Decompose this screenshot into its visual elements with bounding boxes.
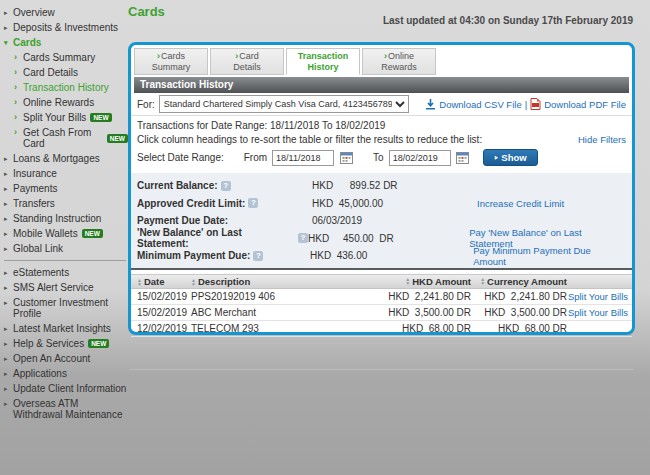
chevron-right-icon: › — [14, 82, 23, 93]
sidebar-item-label: Split Your Bills — [23, 112, 86, 123]
tab-label: Cards — [161, 51, 185, 61]
summary-row-minimum-payment-due: Minimum Payment Due:? HKD 436.00 Pay Min… — [137, 247, 624, 265]
cell-date: 12/02/2019 — [131, 323, 191, 334]
cell-hkd-amount: HKD 3,500.00 DR — [379, 307, 471, 318]
card-selector-row: For: Standard Chartered Simply Cash Visa… — [131, 93, 632, 116]
split-your-bills-link[interactable]: Split Your Bills — [567, 291, 629, 302]
new-badge: NEW — [88, 339, 109, 348]
increase-credit-limit-link[interactable]: Increase Credit Limit — [477, 198, 564, 209]
sidebar-item-insurance[interactable]: ▸Insurance — [4, 166, 128, 181]
sidebar-item-update-client-information[interactable]: ▸Update Client Information — [4, 381, 128, 396]
sort-icon[interactable]: ▲▼ — [405, 277, 410, 285]
hide-filters-link[interactable]: Hide Filters — [578, 134, 626, 145]
sidebar-item-cards-summary[interactable]: ›Cards Summary — [4, 50, 128, 65]
sidebar-item-label: Open An Account — [13, 353, 90, 364]
sidebar-item-loans-mortgages[interactable]: ▸Loans & Mortgages — [4, 151, 128, 166]
tab-card-details[interactable]: ›CardDetails — [210, 48, 284, 75]
card-selector[interactable]: Standard Chartered Simply Cash Visa Card… — [159, 95, 409, 113]
cell-description: ABC Merchant — [191, 307, 379, 318]
transactions-table: ▲▼Date ▲▼Description ▲▼HKD Amount ▲▼Curr… — [131, 274, 632, 337]
to-date-input[interactable] — [389, 150, 451, 166]
sort-icon[interactable]: ▲▼ — [480, 277, 485, 285]
new-badge: NEW — [90, 113, 111, 122]
sidebar-item-standing-instruction[interactable]: ▸Standing Instruction — [4, 211, 128, 226]
last-updated-text: Last updated at 04:30 on Sunday 17th Feb… — [383, 15, 633, 26]
sidebar-item-label: Online Rewards — [23, 97, 94, 108]
sidebar-item-payments[interactable]: ▸Payments — [4, 181, 128, 196]
sidebar: ▸Overview ▸Deposits & Investments ▾Cards… — [4, 5, 128, 422]
show-button[interactable]: ‣Show — [483, 149, 538, 166]
tab-transaction-history[interactable]: TransactionHistory — [286, 48, 360, 75]
sidebar-item-label: eStatements — [13, 267, 69, 278]
arrow-right-icon: ▸ — [4, 22, 13, 33]
card-tabs: ›CardsSummary ›CardDetails TransactionHi… — [131, 45, 632, 75]
sidebar-item-get-cash-from-card[interactable]: ›Get Cash From CardNEW — [4, 125, 128, 151]
arrow-right-icon: ▸ — [4, 398, 13, 409]
pay-minimum-payment-link[interactable]: Pay Minimum Payment Due Amount — [473, 245, 624, 267]
chevron-right-icon: › — [14, 127, 23, 138]
column-header-label: Description — [198, 276, 250, 287]
column-header-currency-amount[interactable]: ▲▼Currency Amount — [471, 276, 567, 287]
arrow-right-icon: ▸ — [4, 297, 13, 308]
arrow-right-icon: ▸ — [4, 183, 13, 194]
sidebar-item-card-details[interactable]: ›Card Details — [4, 65, 128, 80]
download-csv-link[interactable]: Download CSV File — [439, 99, 521, 110]
column-header-hkd-amount[interactable]: ▲▼HKD Amount — [379, 276, 471, 287]
sidebar-item-transaction-history[interactable]: ›Transaction History — [4, 80, 128, 95]
sidebar-item-estatements[interactable]: ▸eStatements — [4, 265, 128, 280]
table-header-row: ▲▼Date ▲▼Description ▲▼HKD Amount ▲▼Curr… — [131, 274, 632, 289]
tab-label: Details — [233, 62, 261, 72]
sidebar-item-overseas-atm-withdrawal-maintenance[interactable]: ▸Overseas ATM Withdrawal Maintenance — [4, 396, 128, 422]
arrow-right-icon: ▸ — [4, 228, 13, 239]
summary-value: 06/03/2019 — [312, 215, 477, 226]
sidebar-item-help-services[interactable]: ▸Help & ServicesNEW — [4, 336, 128, 351]
summary-label: Current Balance: — [137, 180, 218, 191]
arrow-right-icon: ▸ — [4, 353, 13, 364]
arrow-right-icon: ▸ — [4, 213, 13, 224]
help-icon[interactable]: ? — [221, 181, 231, 191]
sidebar-item-label: Get Cash From Card — [23, 127, 103, 149]
summary-value: HKD 899.52 DR — [312, 180, 477, 191]
column-header-date[interactable]: ▲▼Date — [131, 276, 191, 287]
sort-icon[interactable]: ▲▼ — [137, 278, 142, 286]
column-header-description[interactable]: ▲▼Description — [191, 276, 379, 287]
table-row: 12/02/2019 TELECOM 293 HKD 68.00 DR HKD … — [131, 321, 632, 337]
sidebar-item-transfers[interactable]: ▸Transfers — [4, 196, 128, 211]
sidebar-item-overview[interactable]: ▸Overview — [4, 5, 128, 20]
cell-currency-amount: HKD 3,500.00 DR — [471, 307, 567, 318]
sidebar-item-label: Applications — [13, 368, 67, 379]
sidebar-item-sms-alert-service[interactable]: ▸SMS Alert Service — [4, 280, 128, 295]
from-calendar-button[interactable] — [339, 151, 353, 165]
sidebar-item-latest-market-insights[interactable]: ▸Latest Market Insights — [4, 321, 128, 336]
arrow-right-icon: ‣ — [494, 154, 499, 163]
sidebar-item-applications[interactable]: ▸Applications — [4, 366, 128, 381]
cell-date: 15/02/2019 — [131, 307, 191, 318]
to-calendar-button[interactable] — [456, 151, 470, 165]
sidebar-item-customer-investment-profile[interactable]: ▸Customer Investment Profile — [4, 295, 128, 321]
download-pdf-link[interactable]: Download PDF File — [544, 99, 626, 110]
sort-icon[interactable]: ▲▼ — [191, 278, 196, 286]
arrow-right-icon: ▸ — [4, 282, 13, 293]
sidebar-item-global-link[interactable]: ▸Global Link — [4, 241, 128, 256]
sidebar-item-split-your-bills[interactable]: ›Split Your BillsNEW — [4, 110, 128, 125]
help-icon[interactable]: ? — [248, 198, 258, 208]
help-icon[interactable]: ? — [298, 233, 308, 243]
cell-date: 15/02/2019 — [131, 291, 191, 302]
sidebar-item-mobile-wallets[interactable]: ▸Mobile WalletsNEW — [4, 226, 128, 241]
tab-label: Rewards — [381, 62, 417, 72]
split-your-bills-link[interactable]: Split Your Bills — [567, 307, 629, 318]
arrow-right-icon: ▸ — [4, 368, 13, 379]
sidebar-item-open-an-account[interactable]: ▸Open An Account — [4, 351, 128, 366]
cell-hkd-amount: HKD 68.00 DR — [379, 323, 471, 334]
sidebar-item-deposits-investments[interactable]: ▸Deposits & Investments — [4, 20, 128, 35]
help-icon[interactable]: ? — [253, 251, 263, 261]
arrow-down-icon: ▾ — [4, 37, 13, 48]
sort-hint-text: Click column headings to re-sort the tab… — [137, 134, 482, 145]
tab-label: Transaction — [298, 51, 349, 61]
sidebar-item-online-rewards[interactable]: ›Online Rewards — [4, 95, 128, 110]
tab-online-rewards[interactable]: ›OnlineRewards — [362, 48, 436, 75]
tab-label: Online — [388, 51, 414, 61]
from-date-input[interactable] — [272, 150, 334, 166]
tab-cards-summary[interactable]: ›CardsSummary — [134, 48, 208, 75]
sidebar-item-cards[interactable]: ▾Cards — [4, 35, 128, 50]
